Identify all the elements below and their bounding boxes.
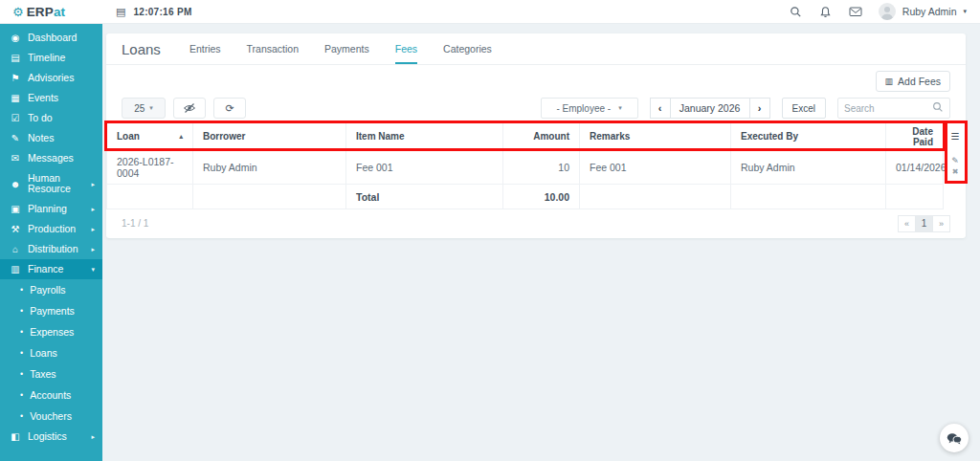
total-label: Total	[346, 185, 503, 209]
bullet-icon: •	[20, 370, 23, 379]
col-header-item-name[interactable]: Item Name	[346, 123, 503, 150]
tab-bar: Entries Transaction Payments Fees Catego…	[189, 33, 492, 64]
note-icon: ✎	[10, 133, 21, 143]
add-fees-button[interactable]: ▥ Add Fees	[876, 71, 950, 92]
page-prev-button[interactable]: «	[898, 215, 916, 232]
sidebar-item-notes[interactable]: ✎ Notes	[0, 128, 102, 148]
tab-categories[interactable]: Categories	[443, 33, 492, 64]
sidebar-subitem-accounts[interactable]: • Accounts	[0, 384, 102, 406]
col-header-borrower[interactable]: Borrower	[193, 123, 346, 150]
previous-month-button[interactable]: ‹	[650, 98, 671, 119]
columns-menu-button[interactable]: ☰	[945, 122, 966, 149]
chevron-right-icon: ▸	[91, 204, 95, 214]
next-month-button[interactable]: ›	[749, 98, 770, 119]
topbar-actions: Ruby Admin ▾	[790, 3, 980, 20]
month-navigator: ‹ January 2026 ›	[650, 98, 770, 119]
erpat-logo[interactable]: ⚙ ERPat	[0, 0, 102, 23]
page-1-button[interactable]: 1	[915, 215, 933, 232]
user-name: Ruby Admin	[902, 6, 957, 17]
chevron-right-icon: ▸	[91, 179, 95, 189]
dashboard-icon: ◉	[10, 33, 21, 43]
bullet-icon: •	[20, 286, 23, 295]
sidebar-item-production[interactable]: ⚒ Production ▸	[0, 219, 102, 239]
col-header-remarks[interactable]: Remarks	[580, 123, 731, 150]
edit-pencil-icon[interactable]: ✎	[951, 157, 959, 165]
cell-remarks: Fee 001	[580, 150, 731, 185]
sidebar-item-todo[interactable]: ☑ To do	[0, 108, 102, 128]
chat-button[interactable]	[940, 424, 969, 452]
pagination: « 1 »	[899, 215, 950, 232]
cell-date-paid: 01/14/2026	[886, 150, 944, 185]
briefcase-icon: ▣	[10, 204, 21, 214]
page-size-select[interactable]: 25 ▾	[122, 98, 166, 119]
topbar: ⚙ ERPat ▤ 12:07:16 PM Ruby Admin ▾	[0, 0, 980, 24]
user-menu[interactable]: Ruby Admin ▾	[879, 3, 967, 20]
chat-bubbles-icon	[947, 432, 962, 445]
col-header-date-paid[interactable]: Date Paid	[886, 123, 944, 150]
refresh-icon: ⟳	[225, 102, 234, 115]
tab-entries[interactable]: Entries	[189, 33, 221, 64]
table-row: 2026-L0187-0004 Ruby Admin Fee 001 10 Fe…	[107, 150, 944, 185]
row-actions-column: ☰ ✎ ✖	[945, 122, 966, 209]
megaphone-icon: ⚑	[10, 73, 21, 83]
loans-fees-panel: Loans Entries Transaction Payments Fees …	[106, 33, 966, 238]
tab-transaction[interactable]: Transaction	[247, 33, 299, 64]
search-icon	[932, 99, 944, 117]
tab-payments[interactable]: Payments	[324, 33, 369, 64]
tab-fees[interactable]: Fees	[395, 33, 417, 64]
delete-x-icon[interactable]: ✖	[952, 168, 959, 176]
wallet-icon: ▥	[10, 264, 21, 274]
clock-display: ▤ 12:07:16 PM	[116, 6, 192, 18]
sidebar-subitem-payrolls[interactable]: • Payrolls	[0, 279, 102, 300]
search-input[interactable]	[844, 103, 930, 114]
cell-borrower: Ruby Admin	[193, 150, 346, 185]
sidebar-subitem-expenses[interactable]: • Expenses	[0, 321, 102, 342]
cell-executed-by: Ruby Admin	[731, 150, 886, 185]
sidebar-item-messages[interactable]: ✉ Messages	[0, 148, 102, 168]
row-actions: ✎ ✖	[945, 149, 966, 184]
sidebar-item-distribution[interactable]: ⌂ Distribution ▸	[0, 239, 102, 259]
fees-icon: ▥	[885, 77, 894, 86]
search-icon[interactable]	[790, 5, 803, 18]
col-header-executed-by[interactable]: Executed By	[731, 123, 886, 150]
sidebar-item-finance[interactable]: ▥ Finance ▾	[0, 259, 102, 279]
bullet-icon: •	[20, 307, 23, 316]
eye-slash-icon	[183, 102, 196, 114]
chevron-right-icon: ▸	[91, 244, 95, 254]
chevron-down-icon: ▾	[618, 104, 622, 112]
sidebar-item-planning[interactable]: ▣ Planning ▸	[0, 199, 102, 219]
current-time: 12:07:16 PM	[133, 7, 191, 17]
avatar	[879, 3, 896, 20]
chevron-down-icon: ▾	[149, 104, 153, 112]
sidebar-item-human-resource[interactable]: ☻ Human Resource ▸	[0, 168, 102, 199]
employee-filter-select[interactable]: - Employee - ▾	[541, 98, 638, 119]
page-next-button[interactable]: »	[932, 215, 950, 232]
total-amount: 10.00	[503, 185, 580, 209]
sidebar-item-logistics[interactable]: ◧ Logistics ▸	[0, 427, 102, 447]
sidebar-item-events[interactable]: ▦ Events	[0, 88, 102, 108]
mail-icon[interactable]	[849, 5, 862, 18]
chevron-down-icon: ▾	[963, 8, 967, 15]
bullet-icon: •	[20, 391, 23, 400]
card-header: Loans Entries Transaction Payments Fees …	[106, 33, 966, 65]
sidebar-item-timeline[interactable]: ▤ Timeline	[0, 48, 102, 68]
sidebar-subitem-payments[interactable]: • Payments	[0, 300, 102, 321]
table-toolbar: 25 ▾ ⟳ - Employee - ▾ ‹ January 2026 › E…	[106, 94, 966, 122]
total-row: Total 10.00	[107, 185, 944, 209]
sidebar-item-advisories[interactable]: ⚑ Advisories	[0, 68, 102, 88]
bullet-icon: •	[20, 349, 23, 358]
sidebar-subitem-taxes[interactable]: • Taxes	[0, 363, 102, 384]
bell-icon[interactable]	[819, 5, 833, 18]
refresh-button[interactable]: ⟳	[213, 98, 246, 119]
bank-icon: ⌂	[10, 244, 21, 254]
toggle-columns-button[interactable]	[173, 98, 206, 119]
sidebar-subitem-loans[interactable]: • Loans	[0, 342, 102, 363]
tools-icon: ⚒	[10, 224, 21, 234]
col-header-amount[interactable]: Amount	[503, 123, 580, 150]
sort-asc-icon: ▴	[179, 133, 183, 141]
sidebar-subitem-vouchers[interactable]: • Vouchers	[0, 406, 102, 427]
envelope-icon: ✉	[10, 153, 21, 164]
sidebar-item-dashboard[interactable]: ◉ Dashboard	[0, 28, 102, 48]
excel-export-button[interactable]: Excel	[782, 98, 826, 119]
col-header-loan[interactable]: Loan▴	[107, 123, 193, 150]
